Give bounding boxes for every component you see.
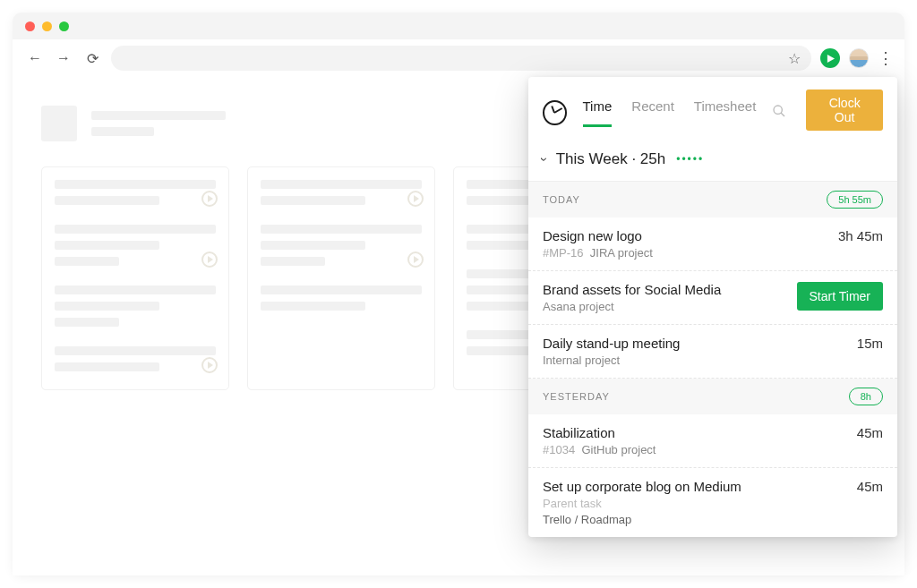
today-header-label: TODAY	[543, 194, 580, 205]
profile-avatar[interactable]	[849, 48, 869, 68]
time-tracker-panel: Time Recent Timesheet Clock Out › This W…	[528, 77, 897, 537]
browser-menu-icon[interactable]: ⋮	[878, 48, 892, 68]
week-summary-row[interactable]: › This Week · 25h •••••	[528, 136, 897, 182]
entry-subtitle: #1034 GitHub project	[543, 443, 656, 456]
entry-title: Brand assets for Social Media	[543, 282, 721, 297]
week-label: This Week · 25h	[556, 150, 666, 168]
time-entry[interactable]: Daily stand-up meeting Internal project …	[528, 325, 897, 379]
yesterday-total-pill: 8h	[849, 388, 883, 405]
tab-time[interactable]: Time	[583, 98, 613, 127]
chevron-down-icon[interactable]: ›	[537, 158, 552, 162]
start-timer-button[interactable]: Start Timer	[797, 282, 883, 311]
tab-timesheet[interactable]: Timesheet	[694, 98, 756, 127]
entry-duration: 3h 45m	[838, 228, 883, 243]
entry-subtitle: #MP-16 JIRA project	[543, 246, 653, 260]
entry-subtitle: Internal project	[543, 354, 680, 367]
entry-title: Stabilization	[543, 425, 656, 440]
section-header-yesterday: YESTERDAY 8h	[528, 379, 897, 414]
entry-title: Daily stand-up meeting	[543, 336, 680, 351]
tab-recent[interactable]: Recent	[631, 98, 674, 127]
extension-play-button[interactable]	[820, 48, 840, 68]
entry-subtitle: Asana project	[543, 300, 721, 313]
app-logo-icon	[543, 100, 567, 125]
titlebar	[13, 13, 904, 39]
svg-point-1	[774, 106, 782, 114]
week-progress-dots: •••••	[676, 153, 704, 166]
entry-parent: Parent task	[543, 497, 741, 510]
window-zoom-dot[interactable]	[59, 21, 69, 31]
time-entry[interactable]: Set up corporate blog on Medium Parent t…	[528, 468, 897, 537]
clock-out-button[interactable]: Clock Out	[806, 89, 883, 131]
svg-marker-0	[827, 55, 834, 63]
panel-tabs: Time Recent Timesheet	[583, 98, 757, 127]
entry-title: Set up corporate blog on Medium	[543, 479, 741, 494]
entry-duration: 45m	[857, 425, 883, 440]
forward-icon[interactable]: →	[54, 48, 73, 68]
browser-toolbar: ← → ⟳ ☆ ⋮	[13, 39, 904, 77]
entry-duration: 15m	[857, 336, 883, 351]
time-entry[interactable]: Stabilization #1034 GitHub project 45m	[528, 414, 897, 468]
section-header-today: TODAY 5h 55m	[528, 182, 897, 217]
entry-title: Design new logo	[543, 228, 653, 243]
entry-subtitle: Trello / Roadmap	[543, 513, 741, 526]
time-entry[interactable]: Design new logo #MP-16 JIRA project 3h 4…	[528, 217, 897, 271]
address-bar[interactable]: ☆	[111, 46, 811, 71]
yesterday-header-label: YESTERDAY	[543, 391, 610, 402]
svg-line-2	[781, 113, 784, 116]
bookmark-star-icon[interactable]: ☆	[788, 50, 801, 67]
back-icon[interactable]: ←	[25, 48, 45, 68]
panel-header: Time Recent Timesheet Clock Out	[528, 77, 897, 136]
search-icon[interactable]	[772, 104, 786, 122]
entry-duration: 45m	[857, 479, 883, 494]
reload-icon[interactable]: ⟳	[82, 48, 102, 68]
time-entry[interactable]: Brand assets for Social Media Asana proj…	[528, 271, 897, 325]
window-minimize-dot[interactable]	[42, 21, 52, 31]
window-close-dot[interactable]	[25, 21, 35, 31]
today-total-pill: 5h 55m	[827, 191, 883, 209]
